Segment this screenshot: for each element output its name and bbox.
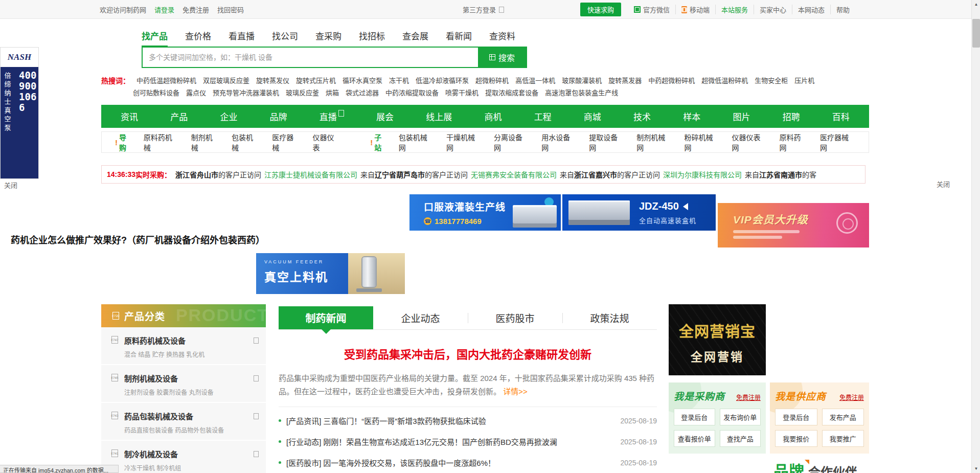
tab-pharma-stocks[interactable]: 医药股市 — [468, 306, 562, 329]
search-tab[interactable]: 找招标 — [359, 29, 385, 47]
subsite-nav-link[interactable]: 原料药网 — [780, 132, 808, 152]
search-tab[interactable]: 看直播 — [229, 29, 255, 47]
tab-company-news[interactable]: 企业动态 — [373, 306, 468, 329]
hot-keyword-link[interactable]: 低温冷却液循环泵 — [416, 75, 469, 85]
hot-keyword-link[interactable]: 旋转蒸发仪 — [256, 75, 289, 85]
featured-news-title[interactable]: 受到药品集采冲击后，国内大批药企豪赌研发创新 — [279, 345, 657, 362]
hot-keyword-link[interactable]: 超微粉碎机 — [475, 75, 509, 85]
search-tab[interactable]: 找产品 — [142, 29, 168, 47]
subsite-nav-link[interactable]: 包装机械网 — [399, 132, 434, 152]
buyer-action-button[interactable]: 登录后台 — [674, 409, 715, 425]
official-wechat-link[interactable]: 官方微信 — [628, 5, 675, 14]
third-party-login-link[interactable]: 第三方登录 — [463, 5, 496, 14]
hot-keyword-link[interactable]: 超微低温粉碎机 — [701, 75, 748, 85]
hot-keyword-link[interactable]: 喷雾干燥机 — [445, 87, 478, 97]
buyer-action-button[interactable]: 发布询价单 — [720, 409, 761, 425]
hot-keyword-link[interactable]: 双层玻璃反应釜 — [203, 75, 249, 85]
search-tab[interactable]: 查采购 — [315, 29, 341, 47]
subsite-nav-link[interactable]: 干燥机械网 — [446, 132, 482, 152]
oral-liquid-filling-line-ad[interactable]: 口服液灌装生产线 ☎ 13817778469 — [409, 194, 561, 231]
ticker-company-link[interactable]: 江苏康士捷机械设备有限公司 — [264, 169, 357, 179]
search-tab[interactable]: 查资料 — [489, 29, 515, 47]
cartoning-machine-ad[interactable]: JDZ-450 全自动高速装盒机 — [562, 194, 716, 231]
category-row-preparation-machinery[interactable]: E745 制剂机械及设备 注射剂设备 胶囊剂设备 丸剂设备 — [101, 365, 266, 403]
main-nav-item[interactable]: 招聘 — [783, 110, 800, 123]
hot-keyword-link[interactable]: 袋式过滤器 — [346, 87, 379, 97]
supplier-free-register-link[interactable]: 免费注册 — [839, 393, 864, 401]
left-ad-close-link[interactable]: 关闭 — [4, 180, 17, 190]
article-headline-link[interactable]: 药机企业怎么做推广效果好?（药厂机器设备介绍外包装西药） — [11, 233, 265, 246]
main-nav-item[interactable]: 样本 — [683, 110, 700, 123]
main-nav-item[interactable]: 企业 — [220, 110, 237, 123]
hot-keyword-link[interactable]: 玻璃反应釜 — [286, 87, 319, 97]
subsite-nav-link[interactable]: 粉碎机械网 — [684, 132, 719, 152]
hot-keyword-link[interactable]: 生物安全柜 — [755, 75, 788, 85]
main-nav-item[interactable]: 产品 — [170, 110, 188, 123]
search-tab[interactable]: 查价格 — [185, 29, 211, 47]
main-nav-item[interactable]: 百科 — [832, 110, 850, 123]
subsite-nav-link[interactable]: 医疗器械网 — [820, 132, 855, 152]
buyer-action-button[interactable]: 查找产品 — [720, 430, 761, 447]
news-list-item[interactable]: [医药股市] 因一笔海外授权交易，该医药股盘中一度涨超6%！ 2025-08-1… — [279, 452, 657, 473]
subsite-nav-link[interactable]: 提取设备网 — [589, 132, 624, 152]
scrollbar-thumb[interactable] — [972, 19, 980, 48]
buyer-center-link[interactable]: 买家中心 — [754, 5, 792, 14]
site-service-link[interactable]: 本站服务 — [715, 5, 754, 14]
search-button[interactable]: 搜索 — [478, 48, 526, 67]
hot-keyword-link[interactable]: 旋转式压片机 — [296, 75, 336, 85]
guide-nav-link[interactable]: 仪器仪表 — [313, 132, 341, 152]
main-nav-item[interactable]: 线上展 — [426, 110, 452, 123]
hot-keyword-link[interactable]: 提取浓缩成套设备 — [485, 87, 538, 97]
tab-policy[interactable]: 政策法规 — [562, 306, 657, 329]
hot-keyword-link[interactable]: 中药超微粉碎机 — [648, 75, 695, 85]
hot-keyword-link[interactable]: 冻干机 — [389, 75, 409, 85]
subsite-nav-link[interactable]: 用水设备网 — [541, 132, 577, 152]
vip-upgrade-ad[interactable]: VIP会员大升级 — [718, 203, 869, 247]
search-tab[interactable]: 查会展 — [402, 29, 428, 47]
vertical-scrollbar[interactable]: ▲ ▼ — [971, 0, 980, 473]
vacuum-feeder-ad[interactable]: VACUUM FEEDER 真空上料机 — [256, 253, 405, 294]
buyer-free-register-link[interactable]: 免费注册 — [736, 393, 761, 401]
category-row-raw-material-machinery[interactable]: E747 原料药机械及设备 混合 结晶 贮存 换热器 乳化机 — [101, 327, 266, 365]
scroll-down-arrow-icon[interactable]: ▼ — [972, 464, 980, 473]
quick-buy-button[interactable]: 快速求购 — [580, 3, 621, 16]
hot-keyword-link[interactable]: 高低温一体机 — [515, 75, 555, 85]
tab-pharma-news[interactable]: 制药新闻 — [279, 306, 373, 329]
ticker-company-link[interactable]: 无锡赛弗安全装备有限公司 — [471, 169, 557, 179]
hot-keyword-link[interactable]: 预充导管冲洗器灌装机 — [213, 87, 279, 97]
ticker-company-link[interactable]: 深圳为尔康科技有限公司 — [663, 169, 742, 179]
third-party-login-icon[interactable] — [499, 7, 504, 13]
forgot-password-link[interactable]: 找回密码 — [217, 5, 244, 14]
guide-nav-link[interactable]: 制剂机械 — [191, 132, 219, 152]
hot-keyword-link[interactable]: 玻尿酸灌装机 — [562, 75, 602, 85]
main-nav-item[interactable]: 品牌 — [270, 110, 287, 123]
mobile-site-link[interactable]: 移动端 — [675, 5, 715, 14]
search-input[interactable] — [143, 48, 478, 67]
main-nav-item[interactable]: 直播 — [320, 110, 344, 123]
marketing-treasure-ad[interactable]: 全网营销宝 全网营销 — [669, 304, 766, 375]
login-link[interactable]: 请登录 — [154, 5, 174, 14]
guide-nav-link[interactable]: 原料药机械 — [144, 132, 179, 152]
search-tab[interactable]: 看新闻 — [446, 29, 472, 47]
main-nav-item[interactable]: 商机 — [484, 110, 502, 123]
help-link[interactable]: 帮助 — [830, 5, 855, 14]
main-nav-item[interactable]: 工程 — [534, 110, 552, 123]
supplier-action-button[interactable]: 登录后台 — [775, 409, 817, 425]
search-tab[interactable]: 找公司 — [272, 29, 298, 47]
hot-keyword-link[interactable]: 中药浓缩提取设备 — [385, 87, 439, 97]
main-nav-item[interactable]: 商城 — [584, 110, 601, 123]
main-nav-item[interactable]: 展会 — [376, 110, 394, 123]
main-nav-item[interactable]: 技术 — [633, 110, 651, 123]
main-nav-item[interactable]: 资讯 — [121, 110, 138, 123]
category-row-refrigeration-machinery[interactable]: E741 制冷机械及设备 冷冻干燥机 制冷机组 — [101, 441, 266, 473]
hot-keyword-link[interactable]: 压片机 — [794, 75, 814, 85]
buyer-action-button[interactable]: 查看报价单 — [674, 430, 715, 447]
hot-keyword-link[interactable]: 烘箱 — [326, 87, 339, 97]
hot-keyword-link[interactable]: 创可贴敷料设备 — [133, 87, 179, 97]
news-more-link[interactable]: 详情>> — [503, 387, 528, 396]
guide-nav-link[interactable]: 包装机械 — [232, 132, 260, 152]
supplier-action-button[interactable]: 我要推广 — [822, 430, 864, 447]
hot-keyword-link[interactable]: 旋转蒸发器 — [608, 75, 642, 85]
subsite-nav-link[interactable]: 分离设备网 — [494, 132, 529, 152]
right-ad-close-link[interactable]: 关闭 — [937, 179, 950, 189]
